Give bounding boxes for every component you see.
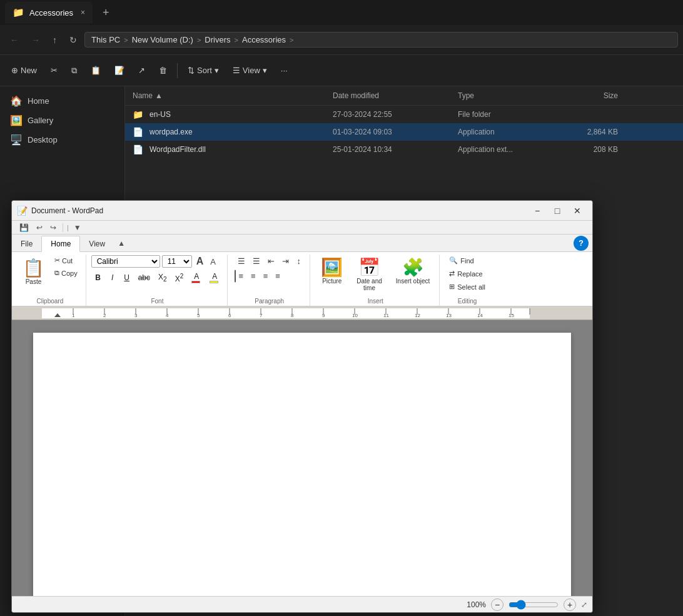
minimize-btn[interactable]: − bbox=[527, 202, 547, 220]
col-header-size[interactable]: Size bbox=[563, 89, 625, 103]
rename-icon: 📝 bbox=[114, 66, 124, 75]
zoom-out-btn[interactable]: − bbox=[491, 598, 503, 611]
increase-indent-btn[interactable]: ⇥ bbox=[279, 255, 292, 268]
font-row2: B I U abc X2 X2 A bbox=[91, 270, 224, 285]
sidebar-item-gallery[interactable]: 🖼️ Gallery bbox=[0, 111, 124, 130]
col-header-date[interactable]: Date modified bbox=[325, 89, 450, 103]
help-btn[interactable]: ? bbox=[574, 236, 589, 251]
font-color-icon: A bbox=[191, 272, 201, 283]
breadcrumb-item[interactable]: Drivers bbox=[205, 35, 230, 44]
zoom-in-btn[interactable]: + bbox=[564, 598, 576, 611]
tab-file[interactable]: File bbox=[12, 236, 41, 251]
justify-btn[interactable]: ≡ bbox=[272, 270, 283, 283]
list-bullet-btn[interactable]: ☰ bbox=[235, 255, 248, 268]
align-left-btn[interactable]: ≡ bbox=[235, 270, 246, 283]
ribbon-hide-btn[interactable]: ▲ bbox=[114, 238, 129, 249]
qat-redo-btn[interactable]: ↪ bbox=[48, 222, 59, 233]
subscript-btn[interactable]: X2 bbox=[154, 270, 171, 285]
qat-save-btn[interactable]: 💾 bbox=[17, 222, 31, 233]
file-row-en-us[interactable]: 📁 en-US 27-03-2024 22:55 File folder bbox=[125, 106, 683, 123]
refresh-btn[interactable]: ↻ bbox=[64, 31, 82, 49]
decrease-indent-btn[interactable]: ⇤ bbox=[265, 255, 278, 268]
maximize-btn[interactable]: □ bbox=[547, 202, 567, 220]
breadcrumb[interactable]: This PC > New Volume (D:) > Drivers > Ac… bbox=[84, 32, 678, 48]
select-all-icon: ⊞ bbox=[449, 283, 455, 291]
object-icon: 🧩 bbox=[402, 257, 424, 278]
file-row-wordpad[interactable]: 📄 wordpad.exe 01-03-2024 09:03 Applicati… bbox=[125, 123, 683, 141]
replace-btn[interactable]: ⇄ Replace bbox=[445, 268, 490, 280]
paste-btn[interactable]: 📋 bbox=[84, 62, 107, 79]
bold-btn[interactable]: B bbox=[91, 270, 105, 285]
list-number-btn[interactable]: ☰ bbox=[250, 255, 263, 268]
breadcrumb-item[interactable]: This PC bbox=[91, 35, 120, 44]
align-center-btn[interactable]: ≡ bbox=[248, 270, 259, 283]
picture-icon: 🖼️ bbox=[321, 257, 343, 278]
window-controls: − □ ✕ bbox=[527, 202, 587, 220]
up-btn[interactable]: ↑ bbox=[48, 31, 62, 49]
font-row1: Calibri 11 A A bbox=[91, 255, 224, 268]
find-btn[interactable]: 🔍 Find bbox=[445, 255, 490, 266]
italic-btn[interactable]: I bbox=[106, 270, 119, 285]
align-right-btn[interactable]: ≡ bbox=[260, 270, 271, 283]
para-row1: ☰ ☰ ⇤ ⇥ ↕ bbox=[235, 255, 304, 268]
tab-add-btn[interactable]: + bbox=[98, 4, 114, 22]
rename-btn[interactable]: 📝 bbox=[108, 62, 131, 79]
app-icon: 📄 bbox=[133, 127, 143, 137]
close-btn[interactable]: ✕ bbox=[567, 202, 587, 220]
line-spacing-btn[interactable]: ↕ bbox=[293, 255, 304, 268]
col-header-name[interactable]: Name ▲ bbox=[125, 89, 325, 103]
font-color-btn[interactable]: A bbox=[188, 270, 205, 285]
document-area[interactable] bbox=[12, 320, 592, 596]
font-group: Calibri 11 A A B I U abc bbox=[88, 255, 228, 306]
view-icon: ☰ bbox=[233, 66, 240, 75]
col-header-type[interactable]: Type bbox=[450, 89, 563, 103]
qat-customize-btn[interactable]: ▼ bbox=[71, 222, 84, 233]
tab-home[interactable]: Home bbox=[41, 236, 80, 252]
explorer-tab-active[interactable]: 📁 Accessories × bbox=[5, 2, 93, 23]
breadcrumb-sep: > bbox=[124, 36, 128, 44]
copy-btn[interactable]: ⧉ Copy bbox=[50, 267, 82, 279]
datetime-btn[interactable]: 📅 Date andtime bbox=[351, 255, 388, 294]
paste-btn[interactable]: 📋 Paste bbox=[18, 255, 49, 288]
more-btn[interactable]: ··· bbox=[275, 62, 294, 79]
insert-object-btn[interactable]: 🧩 Insert object bbox=[390, 255, 435, 287]
sort-btn[interactable]: ⇅ Sort ▾ bbox=[181, 62, 225, 79]
highlight-btn[interactable]: A bbox=[206, 270, 223, 285]
svg-text:8: 8 bbox=[291, 313, 294, 318]
font-shrink-btn[interactable]: A bbox=[208, 256, 218, 268]
zoom-slider[interactable] bbox=[508, 600, 559, 610]
strikethrough-btn[interactable]: abc bbox=[134, 270, 154, 285]
new-btn[interactable]: ⊕ New bbox=[5, 62, 43, 79]
breadcrumb-item[interactable]: New Volume (D:) bbox=[132, 35, 193, 44]
tab-close-btn[interactable]: × bbox=[81, 8, 85, 17]
forward-btn[interactable]: → bbox=[26, 31, 45, 49]
font-grow-btn[interactable]: A bbox=[194, 255, 206, 268]
underline-btn[interactable]: U bbox=[120, 270, 134, 285]
file-date: 01-03-2024 09:03 bbox=[325, 125, 450, 139]
tab-view[interactable]: View bbox=[80, 236, 114, 251]
insert-content: 🖼️ Picture 📅 Date andtime 🧩 Insert objec… bbox=[315, 255, 435, 296]
select-all-btn[interactable]: ⊞ Select all bbox=[445, 281, 490, 293]
copy-btn[interactable]: ⧉ bbox=[65, 62, 83, 79]
font-size-select[interactable]: 11 bbox=[162, 255, 192, 268]
delete-btn[interactable]: 🗑 bbox=[153, 62, 173, 79]
sidebar-label-desktop: Desktop bbox=[28, 135, 58, 144]
sidebar-item-desktop[interactable]: 🖥️ Desktop bbox=[0, 130, 124, 149]
share-btn[interactable]: ↗ bbox=[132, 62, 151, 79]
back-btn[interactable]: ← bbox=[5, 31, 24, 49]
cut-btn[interactable]: ✂ Cut bbox=[50, 255, 82, 266]
view-btn[interactable]: ☰ View ▾ bbox=[226, 62, 273, 79]
svg-text:7: 7 bbox=[260, 313, 263, 318]
file-row-wordpadfilter[interactable]: 📄 WordpadFilter.dll 25-01-2024 10:34 App… bbox=[125, 141, 683, 158]
document-page[interactable] bbox=[33, 333, 571, 596]
tab-bar: 📁 Accessories × + bbox=[0, 0, 683, 25]
wordpad-titlebar: 📝 Document - WordPad − □ ✕ bbox=[12, 201, 592, 221]
qat-undo-btn[interactable]: ↩ bbox=[34, 222, 45, 233]
superscript-btn[interactable]: X2 bbox=[171, 270, 188, 285]
picture-btn[interactable]: 🖼️ Picture bbox=[315, 255, 348, 287]
font-name-select[interactable]: Calibri bbox=[91, 255, 160, 268]
cut-btn[interactable]: ✂ bbox=[44, 62, 64, 79]
breadcrumb-item[interactable]: Accessories bbox=[242, 35, 286, 44]
sidebar-item-home[interactable]: 🏠 Home bbox=[0, 91, 124, 111]
svg-text:1: 1 bbox=[72, 313, 75, 318]
